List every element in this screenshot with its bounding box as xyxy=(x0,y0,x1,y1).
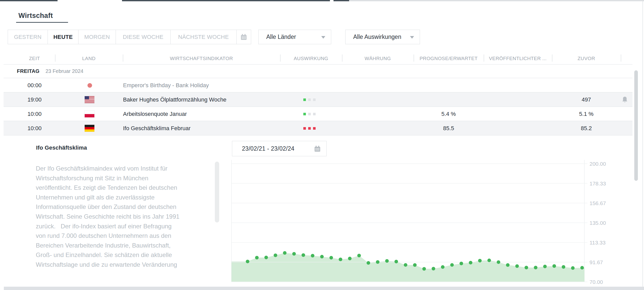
column-header-auswirkung: AUSWIRKUNG xyxy=(280,56,342,61)
flag-germany-icon xyxy=(85,125,94,132)
page-title: Wirtschaft xyxy=(18,12,53,20)
group-day-label: FREITAG xyxy=(17,68,39,74)
flag-japan-icon xyxy=(87,83,92,88)
country-filter-dropdown[interactable]: Alle Länder xyxy=(258,30,331,44)
event-name: Ifo Geschäftsklima Februar xyxy=(123,125,191,132)
calendar-filter-button[interactable] xyxy=(237,30,251,44)
svg-text:156.67: 156.67 xyxy=(590,200,606,206)
flag-poland-icon xyxy=(85,110,94,117)
country-filter-value: Alle Länder xyxy=(266,34,296,40)
top-border-segment xyxy=(0,0,58,1)
title-underline xyxy=(16,22,68,23)
top-border-segment xyxy=(334,0,349,1)
forecast-value: 5.4 % xyxy=(414,111,484,117)
indicator-description: Der Ifo Geschäftsklimaindex wird vom Ins… xyxy=(36,164,210,270)
column-divider xyxy=(484,54,484,62)
impact-filter-value: Alle Auswirkungen xyxy=(353,34,401,40)
ifo-chart[interactable]: 200.00178.33156.67135.00113.3391.6770.00 xyxy=(230,157,619,286)
impact-indicator xyxy=(303,113,316,115)
table-row[interactable]: 10:00 Ifo Geschäftsklima Februar 85.5 85… xyxy=(4,121,632,136)
horizontal-scrollbar[interactable] xyxy=(4,287,644,290)
table-row[interactable]: 10:00 Arbeitslosenquote Januar 5.4 % 5.1… xyxy=(4,107,632,121)
event-time: 00:00 xyxy=(14,82,55,89)
tab-morgen[interactable]: MORGEN xyxy=(79,30,116,44)
date-range-picker[interactable]: 23/02/21 - 23/02/24 xyxy=(232,141,327,156)
widget-right-border xyxy=(642,1,643,290)
previous-value: 5.1 % xyxy=(552,111,621,117)
bell-icon[interactable] xyxy=(621,96,628,104)
column-divider xyxy=(552,54,552,62)
column-header-prognose: PROGNOSE/ERWARTET xyxy=(414,56,484,61)
date-group-row: FREITAG 23 Februar 2024 xyxy=(4,64,632,78)
date-range-value: 23/02/21 - 23/02/24 xyxy=(242,145,294,152)
chevron-down-icon xyxy=(410,36,414,39)
tab-diese-woche[interactable]: DIESE WOCHE xyxy=(116,30,171,44)
column-header-veroeffentlichter: VERÖFFENTLICHTER ... xyxy=(484,56,552,61)
column-header-zuvor: ZUVOR xyxy=(552,56,621,61)
table-row[interactable]: 00:00 Emperor's Birthday - Bank Holiday xyxy=(4,78,632,93)
calendar-icon xyxy=(314,145,321,153)
tab-heute[interactable]: HEUTE xyxy=(48,30,79,44)
top-border-segment xyxy=(122,0,330,1)
event-name: Baker Hughes Ölplattformzählung Woche xyxy=(123,96,226,103)
previous-value: 85.2 xyxy=(552,125,621,132)
impact-indicator xyxy=(303,98,316,101)
top-border-segment xyxy=(349,0,644,1)
vertical-scrollbar[interactable] xyxy=(634,70,638,181)
column-divider xyxy=(342,54,342,62)
calendar-icon xyxy=(240,33,248,41)
group-date-label: 23 Februar 2024 xyxy=(46,68,83,74)
column-divider xyxy=(414,54,414,62)
event-time: 10:00 xyxy=(14,111,55,117)
event-time: 10:00 xyxy=(14,125,55,132)
column-divider xyxy=(621,54,621,62)
column-header-indikator: WIRTSCHAFTSINDIKATOR xyxy=(123,56,280,61)
impact-filter-dropdown[interactable]: Alle Auswirkungen xyxy=(345,30,420,44)
tab-naechste-woche[interactable]: NÄCHSTE WOCHE xyxy=(171,30,237,44)
svg-text:178.33: 178.33 xyxy=(590,181,606,186)
event-time: 19:00 xyxy=(14,96,55,103)
svg-text:70.00: 70.00 xyxy=(590,279,603,285)
event-name: Emperor's Birthday - Bank Holiday xyxy=(123,82,209,89)
column-divider xyxy=(55,54,55,62)
column-header-land: LAND xyxy=(55,56,123,61)
event-name: Arbeitslosenquote Januar xyxy=(123,111,187,117)
impact-indicator xyxy=(303,127,316,130)
column-header-zeit: ZEIT xyxy=(14,56,55,61)
tab-gestern[interactable]: GESTERN xyxy=(8,30,48,44)
forecast-value: 85.5 xyxy=(414,125,484,132)
svg-text:200.00: 200.00 xyxy=(590,161,606,167)
flag-usa-icon xyxy=(85,96,94,103)
svg-text:91.67: 91.67 xyxy=(590,259,603,265)
chevron-down-icon xyxy=(321,36,325,39)
column-divider xyxy=(123,54,123,62)
table-row[interactable]: 19:00 Baker Hughes Ölplattformzählung Wo… xyxy=(4,93,632,107)
description-scrollbar[interactable] xyxy=(215,162,219,222)
column-divider xyxy=(280,54,281,62)
economic-calendar-widget: Wirtschaft GESTERN HEUTE MORGEN DIESE WO… xyxy=(0,0,644,290)
day-filter-group: GESTERN HEUTE MORGEN DIESE WOCHE NÄCHSTE… xyxy=(8,30,251,44)
detail-title: Ifo Geschäftsklima xyxy=(36,144,87,151)
svg-text:113.33: 113.33 xyxy=(590,240,606,246)
svg-text:135.00: 135.00 xyxy=(590,220,606,226)
previous-value: 497 xyxy=(552,96,621,103)
column-header-waehrung: WÄHRUNG xyxy=(342,56,414,61)
